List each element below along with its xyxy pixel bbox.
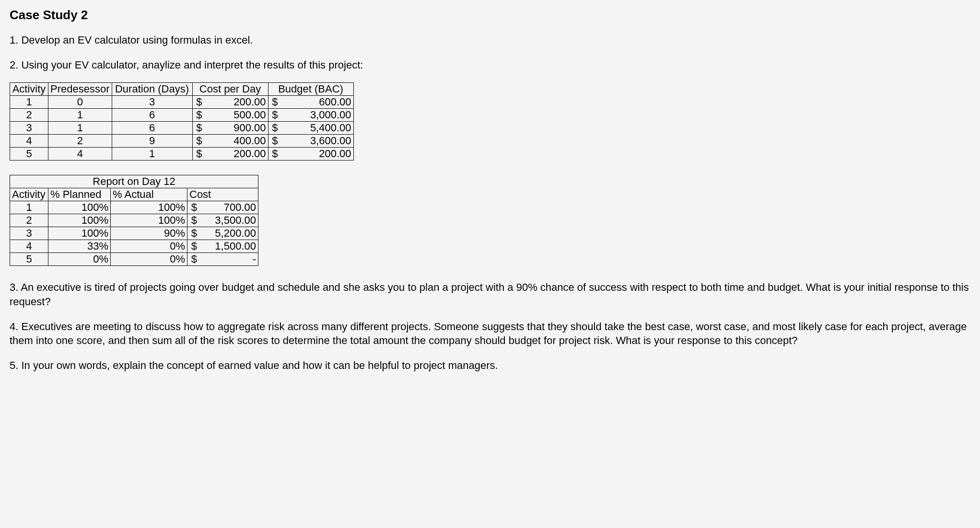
cell-activity: 2 xyxy=(10,214,48,227)
cell-cost-per-day: 200.00 xyxy=(206,96,268,109)
table-row: 2 100% 100% $ 3,500.00 xyxy=(10,214,258,227)
question-3: 3. An executive is tired of projects goi… xyxy=(10,280,970,309)
cell-currency-symbol: $ xyxy=(187,214,201,227)
cell-cost: 3,500.00 xyxy=(201,214,258,227)
cell-currency-symbol: $ xyxy=(192,109,206,122)
col-activity: Activity xyxy=(10,83,48,96)
cell-budget: 200.00 xyxy=(281,148,353,161)
report-title: Report on Day 12 xyxy=(10,175,258,188)
cell-planned: 100% xyxy=(48,227,111,240)
cell-duration: 6 xyxy=(112,122,192,135)
question-1: 1. Develop an EV calculator using formul… xyxy=(10,33,970,47)
page-title: Case Study 2 xyxy=(10,8,970,23)
cell-budget: 600.00 xyxy=(281,96,353,109)
activity-budget-table: Activity Predesessor Duration (Days) Cos… xyxy=(10,82,354,161)
report-day-12-table: Report on Day 12 Activity % Planned % Ac… xyxy=(10,175,258,266)
cell-currency-symbol: $ xyxy=(268,148,281,161)
cell-currency-symbol: $ xyxy=(268,96,281,109)
table-row: 5 4 1 $ 200.00 $ 200.00 xyxy=(10,148,354,161)
cell-activity: 5 xyxy=(10,148,48,161)
table-row: 5 0% 0% $ - xyxy=(10,253,258,266)
table-row: 3 1 6 $ 900.00 $ 5,400.00 xyxy=(10,122,354,135)
cell-predecessor: 0 xyxy=(48,96,112,109)
cell-duration: 3 xyxy=(112,96,192,109)
cell-cost-per-day: 400.00 xyxy=(206,135,268,148)
col-cost: Cost xyxy=(187,188,258,201)
cell-cost: - xyxy=(201,253,258,266)
cell-currency-symbol: $ xyxy=(187,227,201,240)
cell-cost: 5,200.00 xyxy=(201,227,258,240)
table-row: 4 33% 0% $ 1,500.00 xyxy=(10,240,258,253)
table-row: 2 1 6 $ 500.00 $ 3,000.00 xyxy=(10,109,354,122)
cell-cost-per-day: 900.00 xyxy=(206,122,268,135)
cell-predecessor: 1 xyxy=(48,109,112,122)
cell-actual: 90% xyxy=(111,227,187,240)
cell-currency-symbol: $ xyxy=(268,109,281,122)
cell-cost-per-day: 200.00 xyxy=(206,148,268,161)
cell-budget: 3,000.00 xyxy=(281,109,353,122)
cell-actual: 0% xyxy=(111,240,187,253)
table-header-row: Activity % Planned % Actual Cost xyxy=(10,188,258,201)
cell-currency-symbol: $ xyxy=(187,253,201,266)
cell-currency-symbol: $ xyxy=(192,122,206,135)
table-row: 1 0 3 $ 200.00 $ 600.00 xyxy=(10,96,354,109)
table-row: 1 100% 100% $ 700.00 xyxy=(10,201,258,214)
col-activity: Activity xyxy=(10,188,48,201)
cell-duration: 6 xyxy=(112,109,192,122)
cell-planned: 0% xyxy=(48,253,111,266)
cell-activity: 2 xyxy=(10,109,48,122)
cell-activity: 3 xyxy=(10,122,48,135)
question-4: 4. Executives are meeting to discuss how… xyxy=(10,320,970,348)
cell-planned: 100% xyxy=(48,214,111,227)
cell-currency-symbol: $ xyxy=(187,240,201,253)
col-cost-per-day: Cost per Day xyxy=(192,83,268,96)
cell-duration: 9 xyxy=(112,135,192,148)
cell-currency-symbol: $ xyxy=(192,96,206,109)
col-budget-bac: Budget (BAC) xyxy=(268,83,353,96)
question-2: 2. Using your EV calculator, anaylize an… xyxy=(10,58,970,72)
cell-currency-symbol: $ xyxy=(187,201,201,214)
table-header-row: Activity Predesessor Duration (Days) Cos… xyxy=(10,83,354,96)
cell-activity: 5 xyxy=(10,253,48,266)
cell-activity: 1 xyxy=(10,201,48,214)
table-title-row: Report on Day 12 xyxy=(10,175,258,188)
cell-activity: 4 xyxy=(10,135,48,148)
cell-budget: 5,400.00 xyxy=(281,122,353,135)
cell-currency-symbol: $ xyxy=(192,135,206,148)
table-row: 4 2 9 $ 400.00 $ 3,600.00 xyxy=(10,135,354,148)
cell-actual: 100% xyxy=(111,214,187,227)
cell-budget: 3,600.00 xyxy=(281,135,353,148)
cell-cost: 700.00 xyxy=(201,201,258,214)
cell-planned: 33% xyxy=(48,240,111,253)
col-predecessor: Predesessor xyxy=(48,83,112,96)
cell-currency-symbol: $ xyxy=(268,122,281,135)
cell-duration: 1 xyxy=(112,148,192,161)
cell-cost: 1,500.00 xyxy=(201,240,258,253)
col-percent-planned: % Planned xyxy=(48,188,111,201)
cell-actual: 100% xyxy=(111,201,187,214)
cell-activity: 3 xyxy=(10,227,48,240)
cell-predecessor: 1 xyxy=(48,122,112,135)
col-percent-actual: % Actual xyxy=(111,188,187,201)
question-5: 5. In your own words, explain the concep… xyxy=(10,358,970,373)
cell-predecessor: 2 xyxy=(48,135,112,148)
cell-currency-symbol: $ xyxy=(192,148,206,161)
col-duration: Duration (Days) xyxy=(112,83,192,96)
cell-actual: 0% xyxy=(111,253,187,266)
cell-activity: 4 xyxy=(10,240,48,253)
cell-activity: 1 xyxy=(10,96,48,109)
cell-currency-symbol: $ xyxy=(268,135,281,148)
table-row: 3 100% 90% $ 5,200.00 xyxy=(10,227,258,240)
cell-cost-per-day: 500.00 xyxy=(206,109,268,122)
cell-planned: 100% xyxy=(48,201,111,214)
cell-predecessor: 4 xyxy=(48,148,112,161)
